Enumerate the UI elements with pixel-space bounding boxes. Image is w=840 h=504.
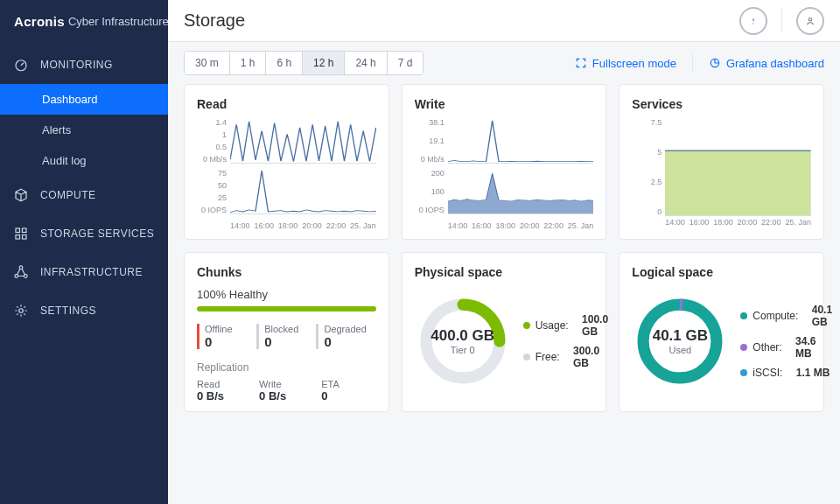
services-xticks: 14:0016:0018:0020:0022:0025. Jan	[632, 216, 811, 227]
nav-monitoring[interactable]: MONITORING	[0, 46, 168, 84]
read-xticks: 14:0016:0018:0020:0022:0025. Jan	[197, 220, 376, 230]
read-mbs-yticks: 1.410.50 Mb/s	[197, 118, 230, 164]
range-24h[interactable]: 24 h	[345, 52, 387, 74]
rep-read: Read0 B/s	[197, 379, 224, 402]
grid-icon	[12, 225, 30, 242]
dot-free-icon	[523, 354, 530, 360]
nav-dashboard[interactable]: Dashboard	[0, 84, 168, 115]
network-icon	[12, 263, 30, 281]
svg-point-10	[808, 18, 812, 21]
speedometer-icon	[12, 56, 30, 74]
nav-audit-log[interactable]: Audit log	[0, 145, 168, 176]
toolbar: 30 m 1 h 6 h 12 h 24 h 7 d Fullscreen mo…	[168, 42, 840, 84]
write-mbs-yticks: 38.119.10 Mb/s	[415, 118, 448, 164]
chunks-healthbar	[197, 306, 376, 312]
svg-rect-4	[23, 235, 27, 240]
chart-icon	[709, 57, 721, 69]
fullscreen-icon	[575, 57, 587, 69]
card-services: Services 7.552.50 14:0016:0018:0020:0022…	[619, 84, 824, 240]
nav-storage-services[interactable]: STORAGE SERVICES	[0, 214, 168, 253]
nav-monitoring-label: MONITORING	[40, 59, 113, 71]
card-phys-title: Physical space	[415, 265, 594, 279]
main: Storage 30 m 1 h 6 h 12 h 24 h 7 d	[168, 0, 840, 504]
chunks-offline: Offline0	[197, 324, 256, 349]
log-legend: Compute: 40.1 GB Other: 34.6 MB iSCSI: 1…	[740, 304, 832, 379]
log-center: 40.1 GB	[653, 327, 708, 345]
log-sub: Used	[669, 345, 692, 355]
card-chunks-title: Chunks	[197, 265, 376, 279]
replication-title: Replication	[197, 361, 376, 374]
toolbar-divider	[692, 54, 693, 72]
header-divider	[781, 9, 782, 33]
chart-read-iops: 7550250 IOPS	[197, 169, 376, 214]
nav-compute[interactable]: COMPUTE	[0, 176, 168, 214]
card-services-title: Services	[632, 97, 811, 111]
phys-sub: Tier 0	[451, 345, 475, 355]
header-icons	[739, 7, 824, 35]
dot-iscsi-icon	[740, 369, 747, 376]
chart-write-iops: 2001000 IOPS	[415, 169, 594, 214]
rep-write: Write0 B/s	[259, 379, 286, 402]
card-read: Read 1.410.50 Mb/s 7550250 IOPS	[184, 84, 389, 240]
brand-strong: Acronis	[14, 14, 65, 29]
card-logical-space: Logical space 40.1 GB Used	[619, 252, 824, 412]
card-read-title: Read	[197, 97, 376, 111]
fullscreen-link[interactable]: Fullscreen mode	[575, 57, 676, 70]
cards: Read 1.410.50 Mb/s 7550250 IOPS	[168, 84, 840, 504]
nav-settings[interactable]: SETTINGS	[0, 291, 168, 330]
rep-eta: ETA0	[321, 379, 340, 402]
dot-compute-icon	[740, 312, 747, 319]
svg-point-8	[19, 309, 24, 313]
card-physical-space: Physical space 400.0 GB Tier 0	[402, 252, 607, 412]
user-icon[interactable]	[796, 7, 824, 35]
dot-usage-icon	[523, 322, 530, 329]
range-12h[interactable]: 12 h	[303, 52, 345, 74]
brand-light: Cyber Infrastructure	[68, 15, 169, 28]
range-6h[interactable]: 6 h	[266, 52, 303, 74]
nav-infrastructure[interactable]: INFRASTRUCTURE	[0, 253, 168, 291]
phys-donut: 400.0 GB Tier 0	[415, 293, 511, 389]
write-xticks: 14:0016:0018:0020:0022:0025. Jan	[415, 220, 594, 230]
range-1h[interactable]: 1 h	[230, 52, 267, 74]
chart-read-mbs: 1.410.50 Mb/s	[197, 118, 376, 164]
time-range-group: 30 m 1 h 6 h 12 h 24 h 7 d	[184, 51, 424, 75]
brand-logo: Acronis Cyber Infrastructure	[0, 0, 168, 42]
range-30m[interactable]: 30 m	[185, 52, 230, 74]
svg-point-5	[19, 266, 23, 270]
gear-icon	[12, 302, 30, 319]
card-write: Write 38.119.10 Mb/s 2001000 IOPS	[402, 84, 607, 240]
card-chunks: Chunks 100% Healthy Offline0 Blocked0 De…	[184, 252, 389, 412]
read-iops-yticks: 7550250 IOPS	[197, 169, 230, 214]
sidebar: Acronis Cyber Infrastructure MONITORING …	[0, 0, 168, 504]
chunks-healthy: 100% Healthy	[197, 288, 376, 301]
phys-center: 400.0 GB	[430, 327, 494, 345]
log-donut: 40.1 GB Used	[632, 293, 728, 389]
card-write-title: Write	[415, 97, 594, 111]
grafana-link[interactable]: Grafana dashboard	[709, 57, 824, 70]
alert-icon[interactable]	[739, 7, 767, 35]
chunks-degraded: Degraded0	[316, 324, 375, 349]
nav-infra-label: INFRASTRUCTURE	[40, 266, 143, 278]
nav-alerts[interactable]: Alerts	[0, 115, 168, 145]
nav: MONITORING Dashboard Alerts Audit log CO…	[0, 42, 168, 330]
range-7d[interactable]: 7 d	[388, 52, 424, 74]
dot-other-icon	[740, 344, 747, 351]
svg-point-9	[752, 23, 753, 24]
services-yticks: 7.552.50	[632, 118, 665, 216]
card-log-title: Logical space	[632, 265, 811, 279]
toolbar-links: Fullscreen mode Grafana dashboard	[575, 54, 824, 72]
nav-storage-label: STORAGE SERVICES	[40, 228, 154, 240]
chart-write-mbs: 38.119.10 Mb/s	[415, 118, 594, 164]
page-title: Storage	[184, 10, 245, 31]
svg-rect-1	[16, 228, 20, 233]
nav-compute-label: COMPUTE	[40, 189, 96, 201]
phys-legend: Usage: 100.0 GB Free: 300.0 GB	[523, 313, 608, 369]
chunks-blocked: Blocked0	[256, 324, 316, 349]
svg-rect-2	[23, 228, 27, 233]
cube-icon	[12, 186, 30, 204]
nav-settings-label: SETTINGS	[40, 304, 96, 317]
svg-rect-3	[16, 235, 20, 240]
chart-services: 7.552.50	[632, 118, 811, 216]
header: Storage	[168, 0, 840, 42]
write-iops-yticks: 2001000 IOPS	[415, 169, 448, 214]
